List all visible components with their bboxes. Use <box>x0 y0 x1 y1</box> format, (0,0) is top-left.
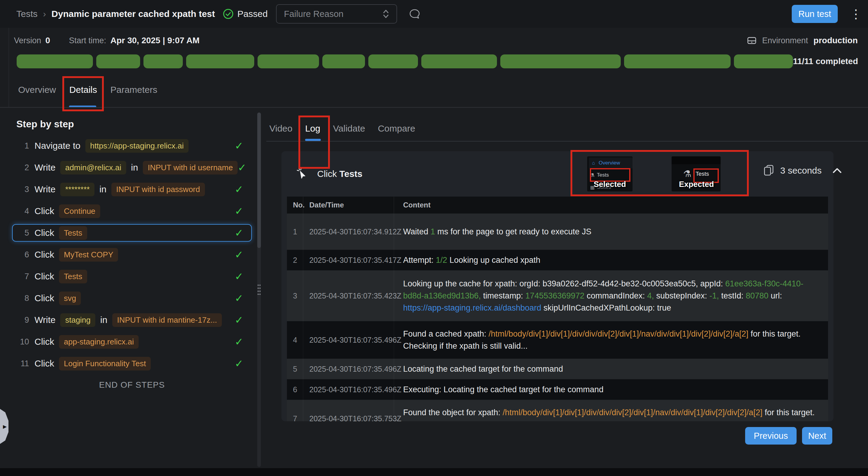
step-number: 3 <box>17 185 29 194</box>
step-row[interactable]: 7ClickTests✓ <box>12 268 252 285</box>
step-target-badge: app-staging.relicx.ai <box>59 335 138 349</box>
detail-tab-compare[interactable]: Compare <box>378 124 415 135</box>
sidebar-expand-handle[interactable]: ▶ <box>0 409 8 444</box>
end-of-steps-label: END OF STEPS <box>12 380 252 390</box>
step-passed-check-icon: ✓ <box>238 162 246 174</box>
progress-segment <box>17 55 93 68</box>
progress-segments <box>17 55 793 68</box>
log-table-header: No. Date/Time Content <box>287 197 828 213</box>
more-options-kebab-icon[interactable]: ⋮ <box>850 8 859 20</box>
comment-bubble-icon[interactable] <box>408 7 421 21</box>
step-target-badge: INPUT with id mantine-17z... <box>112 313 222 327</box>
tab-parameters[interactable]: Parameters <box>111 85 157 97</box>
step-passed-check-icon: ✓ <box>235 336 244 348</box>
step-passed-check-icon: ✓ <box>235 140 244 152</box>
tab-overview[interactable]: Overview <box>18 85 56 97</box>
horizontal-scrollbar-track[interactable] <box>0 468 868 476</box>
select-chevrons-icon <box>382 8 390 19</box>
progress-segment <box>734 55 793 68</box>
environment-drive-icon <box>746 35 757 46</box>
log-row: 42025-04-30T16:07:35.496ZFound a cached … <box>287 321 828 359</box>
log-row: 22025-04-30T16:07:35.417ZAttempt: 1/2 Lo… <box>287 250 828 270</box>
mini-nav-item-overview: ⌂Overview <box>589 158 632 168</box>
start-time-value: Apr 30, 2025 | 9:07 AM <box>111 36 200 45</box>
steps-scrollbar-thumb[interactable] <box>257 112 261 248</box>
step-row[interactable]: 8Clicksvg✓ <box>12 290 252 307</box>
step-target-badge: Tests <box>59 226 87 240</box>
copy-icon[interactable] <box>763 164 775 177</box>
step-row[interactable]: 10Clickapp-staging.relicx.ai✓ <box>12 333 252 350</box>
step-target-badge: svg <box>59 292 81 305</box>
step-value-badge: ******** <box>60 183 94 196</box>
step-row[interactable]: 6ClickMyTest COPY✓ <box>12 246 252 263</box>
tab-details[interactable]: Details <box>69 85 97 97</box>
log-row: 32025-04-30T16:07:35.423ZLooking up the … <box>287 270 828 321</box>
log-row-number: 1 <box>287 213 303 250</box>
tabs-divider <box>0 107 868 108</box>
previous-button[interactable]: Previous <box>745 427 797 445</box>
progress-segment <box>186 55 254 68</box>
log-row-datetime: 2025-04-30T16:07:35.753Z <box>303 400 394 421</box>
click-cursor-icon <box>296 167 309 180</box>
step-row[interactable]: 1Navigate tohttps://app-staging.relicx.a… <box>12 137 252 155</box>
progress-segment <box>624 55 731 68</box>
expected-thumb-topbar <box>672 156 721 164</box>
step-in-word: in <box>99 184 106 195</box>
step-number: 11 <box>17 359 29 368</box>
progress-segment <box>421 55 497 68</box>
active-detail-tab-underline <box>305 139 321 141</box>
step-number: 8 <box>17 294 29 303</box>
panel-resize-grip[interactable] <box>255 282 263 297</box>
version-value: 0 <box>45 36 50 45</box>
home-icon: ⌂ <box>592 160 599 166</box>
step-row[interactable]: 11ClickLogin Functionality Test✓ <box>12 355 252 372</box>
step-passed-check-icon: ✓ <box>235 314 244 326</box>
step-passed-check-icon: ✓ <box>235 292 244 304</box>
log-row: 72025-04-30T16:07:35.753ZFound the objec… <box>287 400 828 421</box>
step-row[interactable]: 4ClickContinue✓ <box>12 202 252 220</box>
step-action: Write <box>34 315 55 325</box>
log-row-number: 4 <box>287 321 303 359</box>
mini-nav-label: Overview <box>599 160 620 166</box>
log-step-header: Click Tests <box>281 151 834 197</box>
step-target-badge: INPUT with id username <box>143 161 238 174</box>
log-row-datetime: 2025-04-30T16:07:35.423Z <box>303 270 394 321</box>
step-action: Click <box>34 271 54 281</box>
failure-reason-select[interactable]: Failure Reason <box>276 4 397 24</box>
step-row[interactable]: 2Writeadmin@relicx.aiinINPUT with id use… <box>12 159 252 176</box>
run-meta-row: Version 0 Start time: Apr 30, 2025 | 9:0… <box>0 31 868 49</box>
chevron-up-icon <box>831 167 843 174</box>
step-target-badge: Login Functionality Test <box>59 357 151 370</box>
next-button[interactable]: Next <box>802 427 832 445</box>
step-row[interactable]: 5ClickTests✓ <box>12 224 252 242</box>
step-number: 7 <box>17 272 29 281</box>
breadcrumb-tests[interactable]: Tests <box>17 9 37 19</box>
step-passed-check-icon: ✓ <box>235 358 244 370</box>
flask-icon: ⚗ <box>683 168 691 179</box>
step-number: 9 <box>17 315 29 325</box>
selected-thumbnail-label: Selected <box>587 180 632 189</box>
step-action: Navigate to <box>34 141 81 151</box>
progress-segment <box>368 55 417 68</box>
step-passed-check-icon: ✓ <box>235 248 244 261</box>
log-row-number: 5 <box>287 359 303 379</box>
step-number: 10 <box>17 337 29 347</box>
step-number: 5 <box>17 228 29 238</box>
step-action: Click <box>34 249 54 260</box>
detail-tab-log[interactable]: Log <box>305 124 320 135</box>
step-action: Click <box>34 228 54 238</box>
detail-tab-validate[interactable]: Validate <box>333 124 365 135</box>
log-step-title: Click Tests <box>317 169 363 179</box>
step-in-word: in <box>100 315 107 325</box>
detail-tab-video[interactable]: Video <box>269 124 292 135</box>
step-value-badge: admin@relicx.ai <box>60 161 126 174</box>
log-row: 62025-04-30T16:07:35.496ZExecuting: Loca… <box>287 379 828 400</box>
collapse-log-button[interactable] <box>831 167 843 174</box>
step-row[interactable]: 3Write********inINPUT with id password✓ <box>12 180 252 198</box>
run-test-button[interactable]: Run test <box>792 5 838 23</box>
log-row: 52025-04-30T16:07:35.496ZLocating the ca… <box>287 359 828 379</box>
step-value-badge: https://app-staging.relicx.ai <box>85 139 189 153</box>
expected-thumbnail-label: Expected <box>674 180 719 189</box>
step-action: Click <box>34 206 54 216</box>
step-row[interactable]: 9WritestaginginINPUT with id mantine-17z… <box>12 311 252 329</box>
